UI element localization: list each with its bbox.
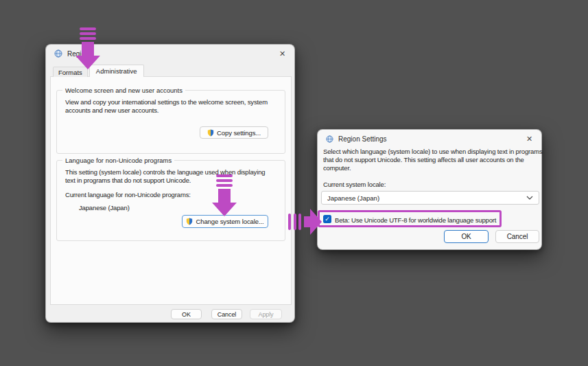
utf8-checkbox-highlight-box: [318, 210, 502, 227]
welcome-screen-group: Welcome screen and new user accounts Vie…: [56, 90, 285, 154]
welcome-group-text-line2: accounts and new user accounts.: [65, 106, 158, 114]
cancel-button[interactable]: Cancel: [211, 309, 242, 319]
apply-button[interactable]: Apply: [250, 309, 282, 319]
ok-button[interactable]: OK: [444, 230, 489, 243]
shield-icon: [186, 218, 193, 225]
settings-description-line3: computer.: [323, 164, 351, 172]
settings-description-line1: Select which language (system locale) to…: [323, 148, 543, 155]
copy-settings-button-label: Copy settings...: [217, 129, 261, 137]
system-locale-select[interactable]: Japanese (Japan): [321, 191, 539, 205]
region-settings-title: Region Settings: [338, 135, 387, 143]
region-settings-titlebar: Region Settings: [318, 130, 541, 148]
globe-icon: [54, 49, 62, 58]
copy-settings-button[interactable]: Copy settings...: [200, 126, 268, 139]
ok-button[interactable]: OK: [171, 309, 202, 319]
globe-icon: [326, 135, 333, 143]
welcome-group-text-line1: View and copy your international setting…: [65, 98, 268, 106]
welcome-screen-group-legend: Welcome screen and new user accounts: [62, 87, 185, 94]
utf8-checkbox-arrow: [288, 208, 322, 236]
non-unicode-group-legend: Language for non-Unicode programs: [62, 157, 174, 164]
change-system-locale-button-label: Change system locale...: [196, 218, 263, 225]
locale-group-text-line2: text in programs that do not support Uni…: [65, 176, 191, 184]
change-locale-button-arrow: [211, 174, 238, 216]
change-system-locale-button[interactable]: Change system locale...: [182, 215, 268, 228]
cancel-button[interactable]: Cancel: [495, 230, 539, 243]
current-language-label: Current language for non-Unicode program…: [65, 191, 191, 198]
region-settings-dialog: Region Settings ✕ Select which language …: [317, 129, 542, 250]
non-unicode-group: Language for non-Unicode programs This s…: [56, 160, 285, 241]
settings-description-line2: that do not support Unicode. This settin…: [323, 156, 524, 163]
system-locale-selected-value: Japanese (Japan): [327, 194, 379, 202]
close-icon[interactable]: ✕: [524, 133, 535, 144]
shield-icon: [207, 129, 214, 137]
region-dialog: Region ✕ Formats Administrative Welcome …: [45, 44, 295, 323]
chevron-down-icon: [526, 196, 533, 200]
current-language-value: Japanese (Japan): [79, 204, 130, 211]
current-system-locale-label: Current system locale:: [323, 181, 386, 188]
administrative-tab-arrow: [74, 27, 102, 69]
administrative-tab-page: Welcome screen and new user accounts Vie…: [50, 76, 292, 305]
close-icon[interactable]: ✕: [277, 48, 288, 59]
desktop-background: Region ✕ Formats Administrative Welcome …: [0, 0, 588, 366]
